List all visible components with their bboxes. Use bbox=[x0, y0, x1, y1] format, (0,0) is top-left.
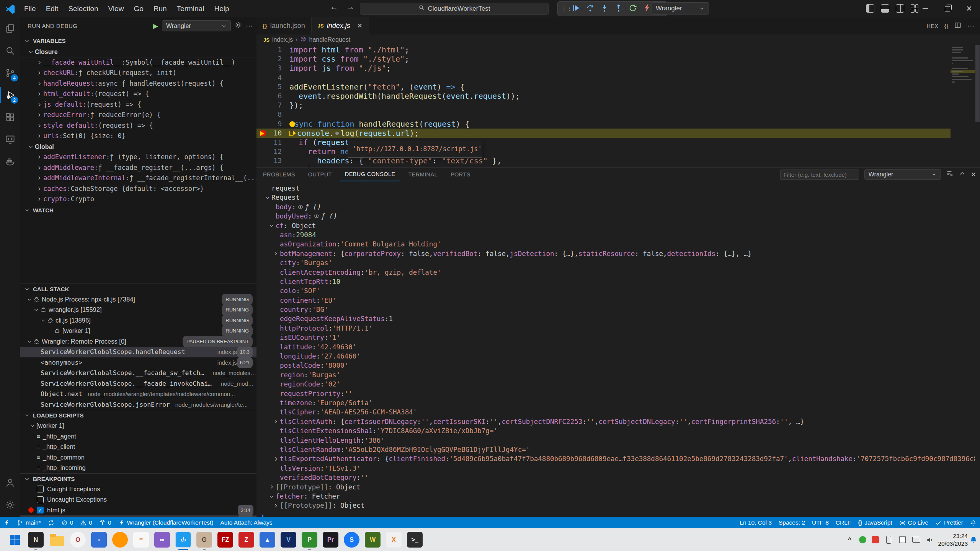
status-item-sync[interactable] bbox=[44, 517, 58, 528]
taskbar-icon-file-explorer[interactable] bbox=[49, 532, 65, 548]
taskbar-icon-defender-shield[interactable]: ▲ bbox=[260, 532, 275, 548]
status-item-main-[interactable]: main* bbox=[13, 517, 44, 528]
debug-config-selector[interactable]: Wrangler bbox=[652, 2, 709, 15]
console-row[interactable]: city: 'Burgas' bbox=[256, 258, 975, 267]
twistie-icon[interactable] bbox=[39, 318, 47, 323]
console-input-prompt[interactable]: › bbox=[256, 510, 975, 517]
toggle-secondary-sidebar-icon[interactable] bbox=[896, 4, 904, 13]
status-item-javascript[interactable]: {}JavaScript bbox=[854, 517, 895, 528]
code-line[interactable]: 7}); bbox=[256, 101, 975, 110]
console-row[interactable]: clientAcceptEncoding: 'br, gzip, deflate… bbox=[256, 268, 975, 277]
twistie-icon[interactable] bbox=[35, 91, 43, 96]
taskbar-icon-terminal[interactable]: >_ bbox=[407, 532, 423, 548]
more-actions-icon[interactable]: ⋯ bbox=[967, 21, 975, 30]
activity-item-remote-explorer[interactable] bbox=[0, 128, 20, 150]
twistie-icon[interactable] bbox=[35, 70, 43, 75]
code-line[interactable]: 2import css from "./style"; bbox=[256, 54, 975, 64]
tray-red-status[interactable] bbox=[872, 536, 879, 543]
status-item-spaces-2[interactable]: Spaces: 2 bbox=[775, 517, 808, 528]
console-row[interactable]: [[Prototype]]: Object bbox=[256, 501, 975, 510]
console-row[interactable]: tlsClientAuth: {certIssuerDNLegacy: '', … bbox=[256, 417, 975, 426]
callstack-session-row[interactable]: wrangler.js [15592]RUNNING bbox=[20, 305, 256, 315]
status-item-wrangler-cloudflareworkertes[interactable]: Wrangler (CloudflareWorkerTest) bbox=[115, 517, 217, 528]
twistie-icon[interactable] bbox=[35, 60, 43, 65]
panel-tab-output[interactable]: OUTPUT bbox=[304, 168, 336, 181]
tray-expand-chevron[interactable]: ^ bbox=[845, 536, 854, 544]
variable-row[interactable]: __facade_waitUntil__: Symbol(__facade_wa… bbox=[20, 57, 256, 68]
breakpoint-row[interactable]: ✓html.js2:14 bbox=[20, 505, 256, 516]
activity-item-explorer[interactable] bbox=[0, 17, 20, 39]
console-row[interactable]: cf: Object bbox=[256, 221, 975, 230]
status-item-0[interactable]: 0 bbox=[77, 517, 96, 528]
panel-tab-debug-console[interactable]: DEBUG CONSOLE bbox=[340, 168, 400, 181]
callstack-frame-row[interactable]: ServiceWorkerGlobalScope.__facade_invoke… bbox=[20, 378, 256, 389]
twistie-icon[interactable] bbox=[25, 339, 33, 344]
activity-item-settings[interactable] bbox=[0, 494, 20, 516]
console-session-selector[interactable]: Wrangler bbox=[864, 169, 941, 180]
console-row[interactable]: Request bbox=[256, 193, 975, 202]
section-header[interactable]: WATCH bbox=[20, 205, 256, 215]
tab-launch.json[interactable]: {}launch.json bbox=[256, 17, 312, 34]
close-button[interactable]: ✕ bbox=[958, 0, 980, 17]
status-item-utf-8[interactable]: UTF-8 bbox=[808, 517, 832, 528]
forward-icon[interactable]: → bbox=[346, 2, 354, 11]
breadcrumb-item[interactable]: handleRequest bbox=[309, 36, 350, 43]
toggle-sidebar-icon[interactable] bbox=[866, 4, 874, 13]
console-row[interactable]: regionCode: '02' bbox=[256, 380, 975, 389]
status-item-ln-10-col-3[interactable]: Ln 10, Col 3 bbox=[736, 517, 775, 528]
twistie-icon[interactable] bbox=[268, 484, 276, 489]
taskbar-icon-gimp[interactable]: G bbox=[196, 532, 212, 548]
console-row[interactable]: tlsExportedAuthenticator: {clientFinishe… bbox=[256, 454, 975, 463]
activity-item-accounts[interactable] bbox=[0, 471, 20, 494]
twistie-icon[interactable] bbox=[23, 38, 31, 43]
command-center-search[interactable]: CloudflareWorkerTest bbox=[360, 3, 549, 15]
console-row[interactable]: asOrganization: 'Comnet Bulgaria Holding… bbox=[256, 240, 975, 249]
status-item-go-live[interactable]: Go Live bbox=[896, 517, 932, 528]
menu-selection[interactable]: Selection bbox=[63, 2, 103, 15]
console-row[interactable]: tlsVersion: 'TLSv1.3' bbox=[256, 464, 975, 473]
twistie-icon[interactable] bbox=[28, 423, 36, 428]
taskbar-icon-premiere[interactable]: Pr bbox=[323, 532, 338, 548]
loaded-script-row[interactable]: ≡_http_client bbox=[20, 442, 256, 452]
code-line[interactable]: 4 bbox=[256, 73, 975, 82]
tray-display[interactable] bbox=[912, 536, 920, 544]
code-line[interactable]: 8 bbox=[256, 110, 975, 119]
split-editor-icon[interactable] bbox=[954, 22, 961, 30]
twistie-icon[interactable] bbox=[35, 155, 43, 160]
variable-row[interactable]: html_default: (request) => { bbox=[20, 89, 256, 99]
back-icon[interactable]: ← bbox=[330, 2, 338, 11]
console-row[interactable]: edgeRequestKeepAliveStatus: 1 bbox=[256, 314, 975, 323]
console-row[interactable]: country: 'BG' bbox=[256, 305, 975, 314]
hex-action[interactable]: HEX bbox=[926, 23, 938, 29]
step-out-button[interactable] bbox=[614, 4, 623, 14]
activity-item-docker[interactable] bbox=[0, 150, 20, 173]
taskbar-icon-app-x[interactable]: X bbox=[386, 532, 402, 548]
callstack-session-row[interactable]: [worker 1]RUNNING bbox=[20, 326, 256, 336]
code-line[interactable]: 9sync function handleRequest(request) { bbox=[256, 119, 975, 129]
twistie-icon[interactable] bbox=[35, 134, 43, 139]
variable-row[interactable]: checkURL: ƒ checkURL(request, init) bbox=[20, 68, 256, 78]
twistie-icon[interactable] bbox=[35, 81, 43, 86]
restart-button[interactable] bbox=[629, 4, 637, 14]
section-header[interactable]: CALL STACK bbox=[20, 284, 256, 294]
notifications-bell-icon[interactable] bbox=[969, 536, 980, 544]
taskbar-icon-start[interactable] bbox=[7, 532, 23, 548]
twistie-icon[interactable] bbox=[263, 195, 271, 200]
console-row[interactable]: colo: 'SOF' bbox=[256, 286, 975, 295]
close-tab-icon[interactable]: ✕ bbox=[357, 22, 363, 30]
variable-row[interactable]: style_default: (request) => { bbox=[20, 121, 256, 131]
activity-item-search[interactable] bbox=[0, 39, 20, 62]
twistie-icon[interactable] bbox=[27, 144, 35, 149]
status-item-0[interactable]: 0 bbox=[96, 517, 115, 528]
activity-item-run-and-debug[interactable]: 2 bbox=[0, 84, 20, 106]
status-item-prettier[interactable]: Prettier bbox=[932, 517, 967, 528]
breakpoint-checkbox[interactable]: ✓ bbox=[37, 507, 44, 514]
twistie-icon[interactable] bbox=[35, 102, 43, 107]
variable-row[interactable]: addEventListener: ƒ (type, listener, opt… bbox=[20, 152, 256, 163]
twistie-icon[interactable] bbox=[35, 165, 43, 170]
callstack-frame-row[interactable]: ServiceWorkerGlobalScope.handleRequestin… bbox=[20, 347, 256, 357]
taskbar-icon-filezilla[interactable]: FZ bbox=[217, 532, 233, 548]
callstack-frame-row[interactable]: ServiceWorkerGlobalScope.__facade_sw_fet… bbox=[20, 368, 256, 378]
menu-terminal[interactable]: Terminal bbox=[172, 2, 209, 15]
console-row[interactable]: asn: 29084 bbox=[256, 230, 975, 240]
